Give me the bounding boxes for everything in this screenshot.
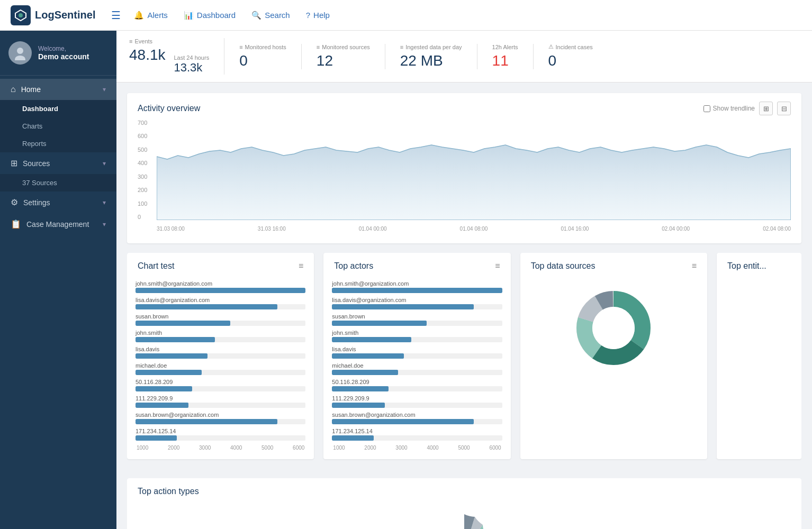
list-item: michael.doe [332,362,502,375]
sidebar-item-sources[interactable]: ⊞ Sources ▾ [0,152,116,174]
list-item: lisa.davis@organization.com [332,297,502,309]
help-icon: ? [306,11,310,20]
ingested-value: 22 MB [400,52,462,69]
top-actors-bars: john.smith@organization.com lisa.davis@o… [323,275,510,459]
sources-value: 12 [317,52,370,69]
chevron-right-icon-2: ▾ [103,199,106,206]
hosts-value: 0 [239,52,286,69]
chart-y-labels: 0 100 200 300 400 500 600 700 [138,120,155,220]
incident-icon: ⚠ [548,43,554,50]
events-subvalue: 13.3k [174,61,203,74]
top-actors-card: Top actors ≡ john.smith@organization.com… [323,253,510,459]
sidebar-user: Welcome, Demo account [0,31,116,76]
incident-value: 0 [548,52,593,69]
logo-icon [11,5,31,25]
main-layout: Welcome, Demo account ⌂ Home ▾ Dashboard… [0,31,812,529]
activity-title: Activity overview [138,104,200,113]
bell-icon: 🔔 [134,11,144,20]
list-item: 50.116.28.209 [332,379,502,391]
list-icon-sources[interactable]: ≡ [692,261,697,271]
activity-header: Activity overview Show trendline ⊞ ⊟ [127,93,801,120]
export-xls-btn[interactable]: ⊞ [759,102,773,115]
list-item: john.smith@organization.com [332,280,502,293]
trendline-checkbox[interactable] [703,105,710,112]
list-item: john.smith@organization.com [136,280,305,293]
topnav: LogSentinel ☰ 🔔 Alerts 📊 Dashboard 🔍 Sea… [0,0,812,31]
sidebar-item-charts[interactable]: Charts [0,117,116,135]
nav-help[interactable]: ? Help [306,11,330,20]
chevron-down-icon: ▾ [103,86,106,93]
logo-text: LogSentinel [35,9,95,21]
top-entities-title: Top entit... [727,261,766,271]
list-item: susan.brown@organization.com [332,412,502,424]
list-item: lisa.davis [332,346,502,359]
svg-point-10 [592,307,635,349]
list-item: 111.229.209.9 [332,395,502,408]
chevron-right-icon-3: ▾ [103,221,106,228]
logo: LogSentinel [11,5,95,25]
svg-point-2 [17,48,23,54]
sidebar-item-home[interactable]: ⌂ Home ▾ [0,79,116,100]
user-welcome: Welcome, [38,45,89,52]
nav-search[interactable]: 🔍 Search [251,11,290,20]
sources-icon: ⊞ [11,158,17,168]
list-item: susan.brown [332,313,502,326]
list-item: lisa.davis [136,346,305,359]
content: ≡ Events 48.1k Last 24 hours 13.3k ≡ Mon… [116,31,812,529]
svg-point-1 [19,13,23,17]
list-item: john.smith [332,330,502,342]
chart-x-labels: 31.03 08:00 31.03 16:00 01.04 00:00 01.0… [157,221,791,236]
donut-chart [520,275,707,381]
sidebar-item-case[interactable]: 📋 Case Management ▾ [0,213,116,235]
stat-monitored-hosts: ≡ Monitored hosts 0 [239,44,302,69]
action-types-pie [127,500,801,529]
sources-stat-icon: ≡ [317,44,320,50]
dashboard: Activity overview Show trendline ⊞ ⊟ 0 [116,83,812,529]
action-types-row: Top action types [127,478,801,529]
list-item: 171.234.125.14 [136,428,305,441]
top-data-sources-title: Top data sources [531,261,596,271]
sidebar-item-dashboard[interactable]: Dashboard [0,100,116,117]
stat-events: ≡ Events 48.1k Last 24 hours 13.3k [129,38,224,75]
sidebar-item-reports[interactable]: Reports [0,135,116,152]
avatar [8,41,32,65]
menu-icon[interactable]: ☰ [111,9,121,22]
list-item: 171.234.125.14 [332,428,502,441]
export-pdf-btn[interactable]: ⊟ [777,102,791,115]
events-sublabel: Last 24 hours [174,54,210,61]
list-item: lisa.davis@organization.com [136,297,305,309]
topnav-links: 🔔 Alerts 📊 Dashboard 🔍 Search ? Help [134,11,329,20]
top-data-sources-card: Top data sources ≡ [520,253,707,459]
list-icon-actors[interactable]: ≡ [495,261,500,271]
sidebar-sources-count: 37 Sources [0,174,116,191]
list-icon-chart-test[interactable]: ≡ [299,261,303,271]
sidebar: Welcome, Demo account ⌂ Home ▾ Dashboard… [0,31,116,529]
events-value: 48.1k [129,47,166,63]
nav-alerts[interactable]: 🔔 Alerts [134,11,167,20]
trendline-toggle[interactable]: Show trendline [703,105,755,112]
dashboard-icon: 📊 [184,11,194,20]
list-item: john.smith [136,330,305,342]
list-item: 111.229.209.9 [136,395,305,408]
chart-test-card: Chart test ≡ john.smith@organization.com… [127,253,314,459]
list-item: 50.116.28.209 [136,379,305,391]
stat-ingested-data: ≡ Ingested data per day 22 MB [400,44,477,69]
activity-overview-card: Activity overview Show trendline ⊞ ⊟ 0 [127,93,801,243]
sidebar-nav: ⌂ Home ▾ Dashboard Charts Reports ⊞ [0,76,116,238]
sidebar-sub-home: Dashboard Charts Reports [0,100,116,152]
chart-area: 0 100 200 300 400 500 600 700 [138,120,791,236]
list-item: michael.doe [136,362,305,375]
list-item: susan.brown@organization.com [136,412,305,424]
top-entities-card: Top entit... [717,253,801,459]
chart-test-title: Chart test [138,261,174,271]
chevron-right-icon: ▾ [103,160,106,167]
user-name: Demo account [38,52,89,61]
svg-point-3 [15,56,25,60]
sources-count-label: 37 Sources [0,174,116,191]
hosts-icon: ≡ [239,44,242,50]
activity-chart: 0 100 200 300 400 500 600 700 [127,120,801,243]
home-icon: ⌂ [11,85,16,94]
nav-dashboard[interactable]: 📊 Dashboard [184,11,236,20]
sidebar-item-settings[interactable]: ⚙ Settings ▾ [0,191,116,213]
top-action-types-card: Top action types [127,478,801,529]
